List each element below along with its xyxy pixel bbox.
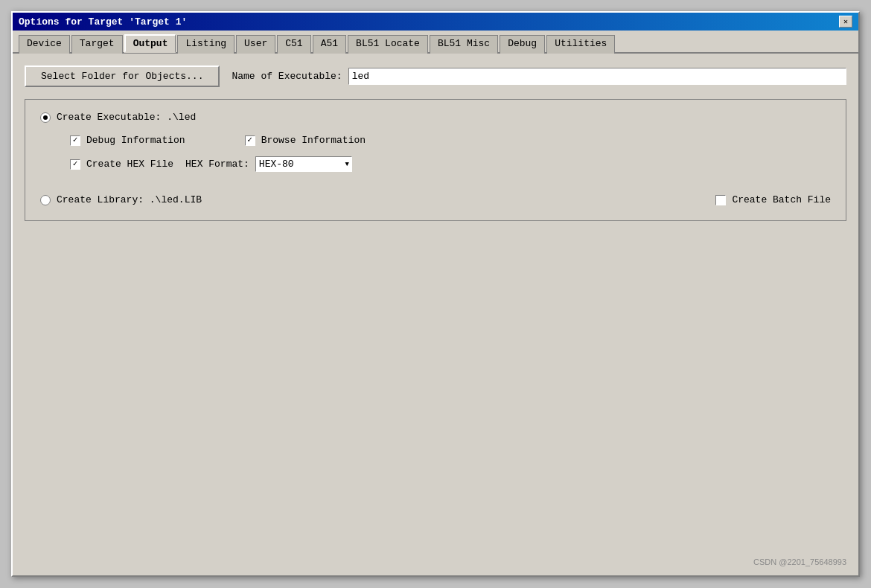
title-bar: Options for Target 'Target 1' ✕ (13, 13, 858, 31)
tab-bl51-locate[interactable]: BL51 Locate (348, 35, 428, 54)
create-executable-radio[interactable] (40, 112, 51, 123)
create-library-label: Create Library: .\led.LIB (57, 194, 202, 205)
select-folder-button[interactable]: Select Folder for Objects... (25, 65, 220, 87)
create-library-row: Create Library: .\led.LIB (40, 194, 202, 205)
debug-info-label: Debug Information (86, 135, 185, 146)
create-batch-checkbox[interactable] (715, 195, 726, 205)
tab-listing[interactable]: Listing (177, 35, 234, 54)
create-library-radio[interactable] (40, 195, 51, 205)
output-group-box: Create Executable: .\led Debug Informati… (25, 99, 846, 221)
top-row: Select Folder for Objects... Name of Exe… (25, 65, 846, 87)
browse-info-label: Browse Information (261, 135, 366, 146)
browse-info-group: Browse Information (245, 135, 366, 146)
hex-format-select-wrapper: HEX-80 HEX-386 (255, 156, 352, 172)
hex-format-label: HEX Format: (185, 159, 249, 170)
create-batch-label: Create Batch File (732, 194, 831, 205)
debug-info-group: Debug Information (70, 135, 185, 146)
create-executable-row: Create Executable: .\led (40, 112, 831, 123)
tab-utilities[interactable]: Utilities (546, 35, 615, 54)
name-executable-input[interactable] (348, 68, 846, 85)
create-executable-label: Create Executable: .\led (57, 112, 196, 123)
tab-bar: Device Target Output Listing User C51 A5… (13, 31, 858, 54)
tab-c51[interactable]: C51 (277, 35, 310, 54)
name-executable-group: Name of Executable: (232, 68, 846, 85)
hex-row: Create HEX File HEX Format: HEX-80 HEX-3… (70, 156, 831, 172)
content-area: Select Folder for Objects... Name of Exe… (13, 54, 858, 575)
debug-info-checkbox[interactable] (70, 135, 80, 146)
tab-output[interactable]: Output (124, 34, 176, 53)
tab-user[interactable]: User (236, 35, 275, 54)
title-bar-buttons: ✕ (839, 16, 852, 28)
hex-format-select[interactable]: HEX-80 HEX-386 (255, 156, 352, 172)
dialog-window: Options for Target 'Target 1' ✕ Device T… (11, 11, 860, 577)
tab-target[interactable]: Target (71, 35, 123, 54)
bottom-options-row: Create Library: .\led.LIB Create Batch F… (40, 194, 831, 205)
browse-info-checkbox[interactable] (245, 135, 255, 146)
tab-bl51-misc[interactable]: BL51 Misc (430, 35, 498, 54)
checkboxes-row1: Debug Information Browse Information (70, 135, 831, 146)
create-hex-label: Create HEX File (86, 159, 173, 170)
tab-a51[interactable]: A51 (313, 35, 346, 54)
tab-debug[interactable]: Debug (500, 35, 545, 54)
name-executable-label: Name of Executable: (232, 71, 342, 82)
create-batch-group: Create Batch File (715, 194, 831, 205)
watermark: CSDN @2201_75648993 (753, 557, 846, 566)
tab-device[interactable]: Device (19, 35, 70, 54)
close-button[interactable]: ✕ (839, 16, 852, 28)
create-hex-checkbox[interactable] (70, 159, 80, 170)
window-title: Options for Target 'Target 1' (19, 16, 187, 28)
